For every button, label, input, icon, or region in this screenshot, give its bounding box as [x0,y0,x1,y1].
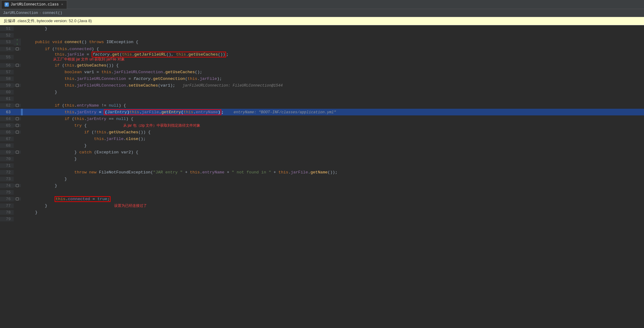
code-line-52: 52 [0,32,644,39]
code-line-71: 71 [0,162,644,169]
code-line-67: 67 this.jarFile.close(); [0,135,644,142]
code-line-76: 76 this.connected = true; [0,196,644,202]
fold-icon-54[interactable] [16,47,19,50]
code-line-61: 61 [0,95,644,102]
fold-icon-65[interactable] [16,124,19,127]
code-line-78: 78 } [0,209,644,216]
code-line-56: 56 if (this.getUseCaches()) { [0,62,644,69]
code-line-70: 70 } [0,155,644,162]
code-line-60: 60 } [0,89,644,95]
breakpoint-down-icon: ↓ [16,42,18,46]
fold-icon-66[interactable] [16,131,19,134]
code-line-62: 62 if (this.entryName != null) { [0,102,644,109]
code-line-59: 59 this.jarFileURLConnection.setUseCache… [0,82,644,89]
code-line-72: 72 throw new FileNotFoundException("JAR … [0,169,644,176]
fold-icon-56[interactable] [16,64,19,67]
code-area: 51 } 52 53 ↑ ↓ public void connect() thr… [0,25,644,328]
fold-icon-74[interactable] [16,184,19,187]
breadcrumb-class: JarURLConnection [3,11,38,15]
code-line-65: 65 try {从 jar 包（zip 文件）中获取到指定路径文件对象 [0,122,644,129]
tab-file-icon: C [5,2,9,7]
tab-label: JarURLConnection.class [11,2,59,7]
code-line-51: 51 } [0,25,644,32]
code-line-73: 73 } [0,176,644,182]
code-line-66: 66 if (!this.getUseCaches()) { [0,129,644,135]
code-line-79: 79 [0,216,644,222]
code-line-57: 57 boolean var1 = this.jarFileURLConnect… [0,69,644,75]
breadcrumb-separator: › [39,11,41,15]
breadcrumb-method: connect() [42,11,62,15]
fold-icon-59[interactable] [16,84,19,87]
code-line-63: 63 this.jarEntry = (JarEntry)this.jarFil… [0,109,644,115]
code-line-55: 55 this.jarFile = factory.get(this.getJa… [0,52,644,62]
code-line-74: 74 } [0,182,644,189]
fold-icon-76[interactable] [16,197,19,200]
fold-icon-62[interactable] [16,104,19,107]
fold-icon-64[interactable] [16,117,19,120]
code-line-54: 54 if (!this.connected) { [0,46,644,52]
tab-bar: C JarURLConnection.class × [0,0,644,9]
tab-close-button[interactable]: × [60,2,64,7]
code-line-64: 64 if (this.jarEntry == null) { [0,115,644,122]
code-line-58: 58 this.jarFileURLConnection = factory.g… [0,75,644,82]
breadcrumb: JarURLConnection › connect() [0,9,644,17]
fold-icon-69[interactable] [16,151,19,154]
tab-jarurlconnection[interactable]: C JarURLConnection.class × [1,0,67,9]
code-line-53: 53 ↑ ↓ public void connect() throws IOEx… [0,39,644,46]
code-line-75: 75 [0,189,644,196]
code-line-69: 69 } catch (Exception var2) { [0,149,644,155]
code-line-68: 68 } [0,142,644,149]
code-line-77: 77 }设置为已经连接过了 [0,202,644,209]
breakpoint-up-icon: ↑ [16,39,18,42]
notice-bar: 反编译 .class文件, bytecode version: 52.0 (Ja… [0,17,644,25]
